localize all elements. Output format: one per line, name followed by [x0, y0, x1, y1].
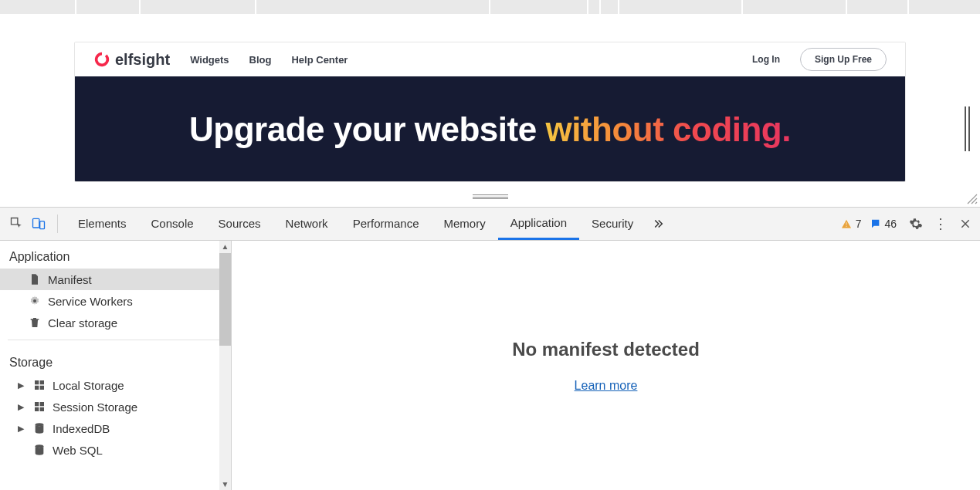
application-sidebar: Application Manifest Service Workers Cle… — [0, 241, 232, 490]
hero-text: Upgrade your website without coding. — [189, 110, 791, 149]
tabs-overflow-icon[interactable] — [646, 217, 670, 231]
hero-text-plain: Upgrade your website — [189, 110, 545, 148]
nav-help-center[interactable]: Help Center — [291, 54, 348, 66]
sidebar-item-local-storage[interactable]: ▶ Local Storage — [0, 374, 231, 396]
site-header: elfsight Widgets Blog Help Center Log In… — [75, 42, 905, 76]
sidebar-item-label: IndexedDB — [53, 422, 110, 435]
database-icon — [32, 443, 46, 457]
nav-blog[interactable]: Blog — [249, 54, 272, 66]
warning-icon — [840, 218, 853, 230]
info-count: 46 — [884, 218, 897, 230]
database-icon — [32, 421, 46, 435]
hero-text-gradient: without coding. — [545, 110, 791, 148]
scroll-up-icon[interactable]: ▲ — [219, 241, 231, 252]
svg-rect-1 — [40, 221, 45, 229]
sidebar-item-session-storage[interactable]: ▶ Session Storage — [0, 396, 231, 417]
hero-banner: Upgrade your website without coding. — [75, 76, 905, 182]
sidebar-item-label: Session Storage — [53, 400, 137, 414]
trash-icon — [28, 316, 42, 329]
devtools-tabs: Elements Console Sources Network Perform… — [66, 208, 646, 240]
tab-sources[interactable]: Sources — [206, 208, 273, 240]
resize-grip-icon[interactable] — [966, 193, 978, 205]
logo-mark-icon — [93, 51, 110, 68]
sidebar-item-service-workers[interactable]: Service Workers — [0, 290, 231, 312]
viewport-size-bracket — [961, 106, 975, 151]
gear-icon — [28, 294, 42, 308]
tab-performance[interactable]: Performance — [341, 208, 432, 240]
sidebar-section-storage: Storage — [0, 346, 231, 374]
tab-application[interactable]: Application — [498, 208, 579, 240]
scroll-down-icon[interactable]: ▼ — [219, 478, 231, 490]
manifest-empty-title: No manifest detected — [512, 339, 700, 360]
tab-elements[interactable]: Elements — [66, 208, 139, 240]
grid-icon — [32, 400, 46, 414]
info-icon — [869, 218, 881, 230]
svg-point-4 — [36, 444, 44, 448]
nav-widgets[interactable]: Widgets — [190, 54, 229, 66]
chevron-right-icon: ▶ — [15, 380, 26, 390]
sidebar-item-indexeddb[interactable]: ▶ IndexedDB — [0, 417, 231, 439]
svg-rect-0 — [33, 218, 39, 228]
kebab-menu-icon[interactable]: ⋮ — [932, 215, 949, 232]
sidebar-item-label: Service Workers — [48, 295, 133, 308]
devtools-resize-handle[interactable] — [473, 194, 508, 199]
signup-button[interactable]: Sign Up Free — [800, 48, 887, 71]
devtools-toolbar: Elements Console Sources Network Perform… — [0, 207, 980, 241]
grid-icon — [32, 378, 46, 392]
chevron-right-icon: ▶ — [15, 424, 26, 434]
application-main-pane: No manifest detected Learn more — [232, 241, 980, 490]
scrollbar-thumb[interactable] — [219, 253, 231, 346]
sidebar-item-websql[interactable]: Web SQL — [0, 439, 231, 461]
sidebar-item-label: Manifest — [48, 273, 92, 286]
devtools-body: Application Manifest Service Workers Cle… — [0, 241, 980, 490]
sidebar-item-clear-storage[interactable]: Clear storage — [0, 312, 231, 333]
site-card: elfsight Widgets Blog Help Center Log In… — [74, 42, 906, 182]
sidebar-item-manifest[interactable]: Manifest — [0, 269, 231, 290]
login-link[interactable]: Log In — [752, 54, 780, 65]
sidebar-item-label: Clear storage — [48, 316, 117, 329]
logo-text: elfsight — [115, 51, 170, 69]
warning-count: 7 — [856, 218, 862, 230]
tab-console[interactable]: Console — [139, 208, 206, 240]
file-icon — [28, 272, 42, 286]
chevron-right-icon: ▶ — [15, 402, 26, 412]
close-devtools-icon[interactable] — [957, 215, 974, 232]
site-logo[interactable]: elfsight — [93, 51, 170, 69]
sidebar-item-label: Web SQL — [53, 444, 103, 457]
sidebar-item-label: Local Storage — [53, 379, 124, 392]
tab-security[interactable]: Security — [579, 208, 646, 240]
sidebar-divider — [8, 340, 223, 340]
toolbar-divider — [57, 215, 58, 233]
device-toolbar-icon[interactable] — [28, 213, 49, 235]
sidebar-section-application: Application — [0, 241, 231, 269]
inspect-element-icon[interactable] — [6, 213, 28, 235]
page-viewport: elfsight Widgets Blog Help Center Log In… — [0, 14, 980, 207]
learn-more-link[interactable]: Learn more — [575, 379, 638, 393]
issue-counts[interactable]: 7 46 — [834, 218, 903, 230]
ruler-bar — [0, 0, 980, 14]
tab-network[interactable]: Network — [273, 208, 341, 240]
settings-icon[interactable] — [907, 215, 924, 232]
svg-point-3 — [36, 423, 44, 426]
sidebar-scrollbar[interactable]: ▲ ▼ — [219, 241, 231, 490]
tab-memory[interactable]: Memory — [432, 208, 498, 240]
